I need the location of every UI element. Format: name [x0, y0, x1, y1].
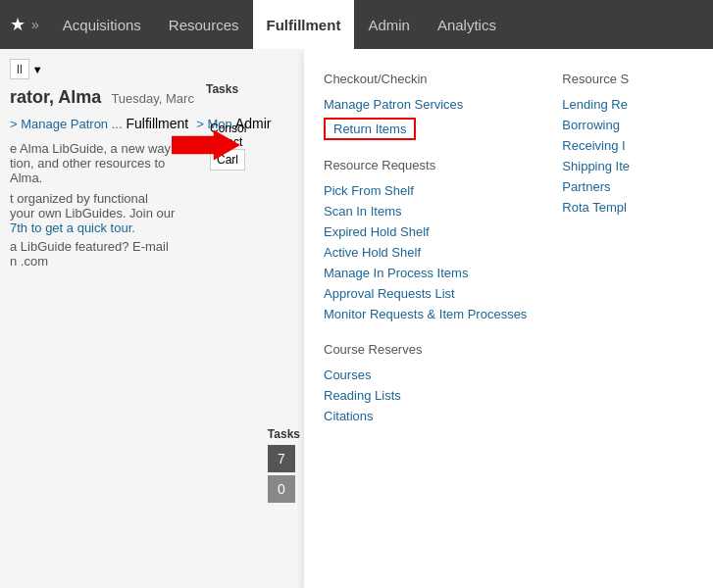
- section-resource-s-header: Resource S: [562, 72, 697, 86]
- tasks-header: Tasks: [268, 427, 300, 441]
- menu-manage-in-process[interactable]: Manage In Process Items: [324, 263, 527, 283]
- content-line-1: e Alma LibGuide, a new way: [10, 141, 171, 156]
- tasks-box: Tasks 7 0: [264, 423, 304, 510]
- menu-active-hold-shelf[interactable]: Active Hold Shelf: [324, 242, 527, 263]
- dropdown-arrow: ▼: [32, 64, 43, 75]
- menu-approval-requests[interactable]: Approval Requests List: [324, 283, 527, 304]
- nav-resources[interactable]: Resources: [155, 0, 253, 49]
- dropdown-col-1: Checkout/Checkin Manage Patron Services …: [304, 52, 546, 588]
- menu-borrowing[interactable]: Borrowing: [562, 115, 697, 135]
- menu-partners[interactable]: Partners: [562, 176, 697, 197]
- task-number-7: 7: [268, 445, 295, 472]
- content-line-6: a LibGuide featured? E-mail: [10, 239, 169, 254]
- content-line-4: t organized by functional: [10, 191, 148, 206]
- content-line-2: tion, and other resources to: [10, 156, 165, 171]
- svg-marker-0: [172, 129, 240, 160]
- menu-courses[interactable]: Courses: [324, 365, 527, 385]
- nav-acquisitions[interactable]: Acquisitions: [49, 0, 155, 49]
- join-link[interactable]: 7th to get a quick tour.: [10, 220, 135, 235]
- section-checkout-header: Checkout/Checkin: [324, 72, 527, 86]
- menu-monitor-requests[interactable]: Monitor Requests & Item Processes: [324, 304, 527, 324]
- task-number-0: 0: [268, 475, 295, 503]
- section-course-reserves-header: Course Reserves: [324, 342, 527, 357]
- menu-return-items[interactable]: Return Items: [324, 118, 416, 140]
- tasks-area: Tasks: [206, 82, 304, 99]
- breadcrumb-manage-patron[interactable]: > Manage Patron ... Fulfillment: [10, 116, 188, 131]
- menu-scan-in-items[interactable]: Scan In Items: [324, 201, 527, 221]
- menu-expired-hold-shelf[interactable]: Expired Hold Shelf: [324, 221, 527, 242]
- top-bar: ll ▼: [10, 59, 294, 79]
- star-icon[interactable]: ★: [10, 14, 25, 35]
- page-background: ll ▼ rator, Alma Tuesday, Marc > Manage …: [0, 49, 304, 588]
- content-line-7: n .com: [10, 254, 48, 269]
- nav-fulfillment[interactable]: Fulfillment: [253, 0, 355, 49]
- tasks-label: Tasks: [206, 82, 304, 96]
- menu-rota-templ[interactable]: Rota Templ: [562, 197, 697, 218]
- chevron-icon: »: [31, 17, 39, 32]
- content-line-5: your own LibGuides. Join our: [10, 206, 175, 220]
- menu-manage-patron-services[interactable]: Manage Patron Services: [324, 94, 527, 115]
- menu-receiving-i[interactable]: Receiving I: [562, 135, 697, 156]
- content-line-3: Alma.: [10, 171, 42, 185]
- section-resource-requests-header: Resource Requests: [324, 158, 527, 172]
- dropdown-col-2: Resource S Lending Re Borrowing Receivin…: [546, 52, 713, 588]
- select-dropdown[interactable]: ll: [10, 59, 29, 79]
- nav-admin[interactable]: Admin: [354, 0, 424, 49]
- menu-citations[interactable]: Citations: [324, 406, 527, 426]
- red-arrow: [172, 127, 240, 163]
- menu-pick-from-shelf[interactable]: Pick From Shelf: [324, 180, 527, 201]
- menu-reading-lists[interactable]: Reading Lists: [324, 385, 527, 406]
- menu-shipping-ite[interactable]: Shipping Ite: [562, 156, 697, 176]
- menu-lending-re[interactable]: Lending Re: [562, 94, 697, 115]
- dropdown-menu: Checkout/Checkin Manage Patron Services …: [304, 49, 713, 588]
- navbar: ★ » Acquisitions Resources Fulfillment A…: [0, 0, 713, 49]
- nav-analytics[interactable]: Analytics: [424, 0, 510, 49]
